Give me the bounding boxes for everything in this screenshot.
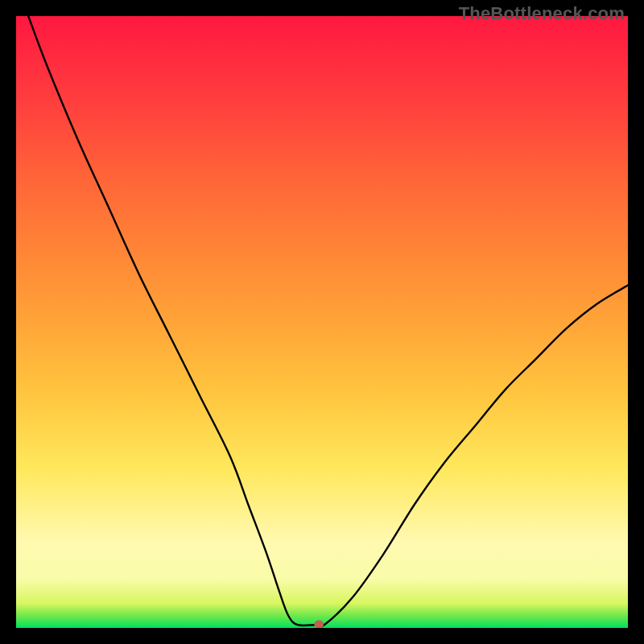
- watermark-text: TheBottleneck.com: [459, 3, 625, 24]
- plot-area: [16, 16, 628, 628]
- minimum-marker: [314, 620, 324, 628]
- bottleneck-curve: [28, 16, 628, 626]
- curve-layer: [16, 16, 628, 628]
- chart-frame: TheBottleneck.com: [0, 0, 644, 644]
